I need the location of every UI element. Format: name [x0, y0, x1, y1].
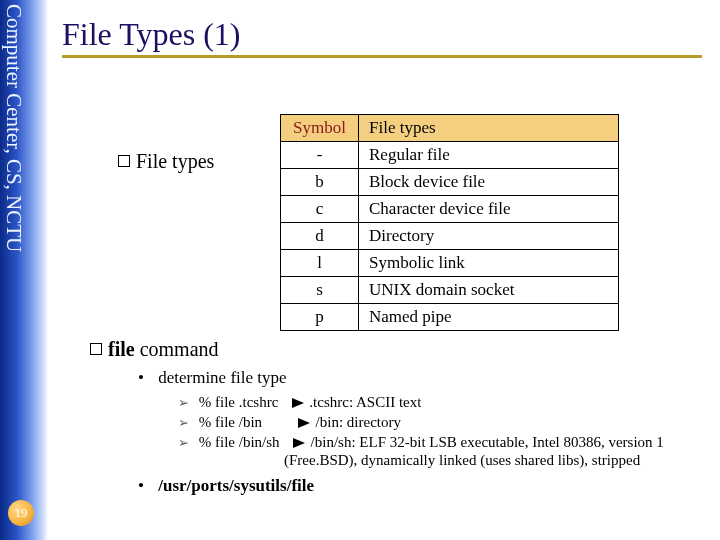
example-1: % file .tcshrc .tcshrc: ASCII text	[178, 392, 421, 412]
example-2: % file /bin /bin: directory	[178, 412, 401, 432]
cell-desc: UNIX domain socket	[359, 277, 619, 304]
cell-desc: Directory	[359, 223, 619, 250]
table-row: cCharacter device file	[281, 196, 619, 223]
file-cmd-name: file	[108, 338, 135, 360]
table-row: sUNIX domain socket	[281, 277, 619, 304]
table-row: lSymbolic link	[281, 250, 619, 277]
cell-sym: s	[281, 277, 359, 304]
title-underline	[62, 55, 702, 58]
cell-desc: Named pipe	[359, 304, 619, 331]
file-cmd-suffix: command	[135, 338, 219, 360]
page-number-badge: 19	[8, 500, 34, 526]
slide: Computer Center, CS, NCTU 19 File Types …	[0, 0, 720, 540]
cell-desc: Regular file	[359, 142, 619, 169]
example-3: % file /bin/sh /bin/sh: ELF 32-bit LSB e…	[178, 432, 664, 452]
file-types-table: Symbol File types -Regular file bBlock d…	[280, 114, 619, 331]
bullet-file-types-label: File types	[136, 150, 214, 173]
example-3-line2: (Free.BSD), dynamically linked (uses sha…	[284, 452, 640, 469]
th-symbol: Symbol	[281, 115, 359, 142]
cell-sym: -	[281, 142, 359, 169]
example-3-cmd: % file /bin/sh	[199, 434, 280, 450]
checkbox-icon	[118, 155, 130, 167]
cell-sym: b	[281, 169, 359, 196]
table-row: -Regular file	[281, 142, 619, 169]
cell-desc: Character device file	[359, 196, 619, 223]
cell-sym: p	[281, 304, 359, 331]
slide-title: File Types (1)	[62, 16, 720, 53]
bullet-file-command: file command	[90, 338, 219, 361]
arrow-icon	[293, 438, 305, 448]
content: File Types (1) File types Symbol File ty…	[62, 0, 720, 540]
sub-determine: determine file type	[138, 368, 287, 388]
example-3-out: /bin/sh: ELF 32-bit LSB executable, Inte…	[307, 434, 664, 450]
example-2-cmd: % file /bin	[199, 414, 262, 430]
table-row: pNamed pipe	[281, 304, 619, 331]
sub-determine-text: determine file type	[158, 368, 286, 387]
th-filetypes: File types	[359, 115, 619, 142]
cell-desc: Symbolic link	[359, 250, 619, 277]
table-header-row: Symbol File types	[281, 115, 619, 142]
page-number: 19	[15, 505, 28, 521]
arrow-icon	[298, 418, 310, 428]
arrow-icon	[292, 398, 304, 408]
table-row: bBlock device file	[281, 169, 619, 196]
bullet-file-types: File types	[118, 150, 214, 173]
cell-desc: Block device file	[359, 169, 619, 196]
sidebar-label: Computer Center, CS, NCTU	[1, 4, 26, 252]
example-2-out: /bin: directory	[312, 414, 401, 430]
bullet-file-command-label: file command	[108, 338, 219, 361]
example-1-out: .tcshrc: ASCII text	[306, 394, 422, 410]
table-row: dDirectory	[281, 223, 619, 250]
sidebar-label-container: Computer Center, CS, NCTU	[4, 4, 30, 384]
checkbox-icon	[90, 343, 102, 355]
cell-sym: l	[281, 250, 359, 277]
sub-path-text: /usr/ports/sysutils/file	[158, 476, 314, 495]
sidebar: Computer Center, CS, NCTU 19	[0, 0, 48, 540]
cell-sym: d	[281, 223, 359, 250]
cell-sym: c	[281, 196, 359, 223]
example-1-cmd: % file .tcshrc	[199, 394, 279, 410]
sub-path: /usr/ports/sysutils/file	[138, 476, 314, 496]
